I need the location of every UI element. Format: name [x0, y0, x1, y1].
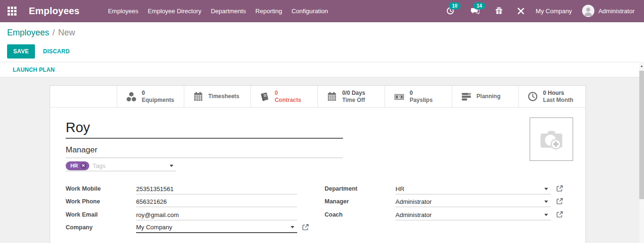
- planning-icon: [461, 91, 472, 102]
- stat-button-equipments[interactable]: 0 Equipments: [117, 86, 184, 107]
- equipments-icon: [126, 91, 137, 102]
- apps-menu-icon[interactable]: [8, 7, 17, 16]
- gift-icon: [495, 7, 503, 15]
- messages-count-badge: 14: [473, 2, 485, 9]
- stat-label: Timesheets: [208, 93, 240, 100]
- field-row-department: Department HR: [325, 184, 570, 194]
- field-row-company: Company My Company: [66, 222, 311, 233]
- stat-button-contracts[interactable]: 0 Contracts: [251, 86, 318, 107]
- menu-employee-directory[interactable]: Employee Directory: [143, 8, 206, 15]
- stat-label: Time Off: [342, 97, 365, 104]
- job-title-input[interactable]: Manager: [66, 145, 343, 158]
- tools-menu[interactable]: [512, 7, 530, 16]
- discard-button[interactable]: DISCARD: [43, 48, 70, 55]
- gift-menu[interactable]: [490, 7, 508, 15]
- activity-menu[interactable]: 10: [441, 7, 459, 15]
- stat-value: 0: [410, 90, 433, 97]
- external-link-icon[interactable]: [556, 198, 563, 205]
- manager-input[interactable]: Administrator: [395, 196, 551, 207]
- scrollbar-thumb[interactable]: [639, 71, 644, 199]
- plan-strip: LAUNCH PLAN: [0, 62, 644, 77]
- work-mobile-input[interactable]: 25351351561: [136, 184, 297, 194]
- employee-form-screen: Employees Employees Employee Directory D…: [0, 0, 644, 243]
- stat-spacer: [50, 86, 117, 107]
- menu-departments[interactable]: Departments: [206, 8, 250, 15]
- tags-field[interactable]: HR ✕ Tags: [66, 160, 176, 171]
- tools-icon: [516, 7, 525, 16]
- work-mobile-value: 25351351561: [136, 185, 174, 193]
- work-phone-input[interactable]: 656321626: [136, 196, 297, 207]
- stat-value: 0/0 Days: [342, 90, 365, 97]
- external-link-icon[interactable]: [302, 224, 309, 231]
- svg-text:0: 0: [398, 95, 400, 98]
- menu-reporting[interactable]: Reporting: [251, 8, 287, 15]
- breadcrumb-current: New: [58, 28, 75, 37]
- employee-photo-upload[interactable]: [530, 117, 573, 161]
- nav-menu: Employees Employee Directory Departments…: [103, 8, 333, 15]
- coach-input[interactable]: Administrator: [395, 209, 551, 220]
- menu-employees[interactable]: Employees: [103, 8, 143, 15]
- systray: 10 14 My Company Administrator: [441, 5, 636, 17]
- work-mobile-label: Work Mobile: [66, 185, 101, 192]
- dropdown-caret-icon[interactable]: [544, 214, 548, 216]
- company-input[interactable]: My Company: [136, 222, 297, 233]
- camera-icon: [536, 124, 567, 154]
- stat-label: Contracts: [275, 97, 301, 104]
- tags-placeholder: Tags: [93, 162, 105, 169]
- dropdown-caret-icon[interactable]: [544, 188, 548, 190]
- messages-menu[interactable]: 14: [466, 7, 484, 16]
- breadcrumb-parent[interactable]: Employees: [7, 28, 49, 37]
- content-area: 0 Equipments Timesheets 0 Contracts: [0, 77, 644, 243]
- dropdown-caret-icon[interactable]: [170, 165, 173, 167]
- stat-text: 0/0 Days Time Off: [342, 90, 365, 104]
- lastmonth-icon: [527, 91, 538, 102]
- stat-button-timeoff[interactable]: 0/0 Days Time Off: [318, 86, 385, 107]
- stat-button-timesheets[interactable]: Timesheets: [184, 86, 251, 107]
- stat-button-row: 0 Equipments Timesheets 0 Contracts: [50, 86, 585, 108]
- employee-name-input[interactable]: Roy: [66, 120, 343, 139]
- form-sheet: 0 Equipments Timesheets 0 Contracts: [50, 85, 586, 243]
- field-row-coach: Coach Administrator: [325, 209, 570, 220]
- save-button[interactable]: SAVE: [7, 44, 35, 59]
- external-link-icon[interactable]: [556, 211, 563, 218]
- stat-button-payslips[interactable]: 0 0 Payslips: [385, 86, 452, 107]
- dropdown-caret-icon[interactable]: [291, 226, 294, 228]
- company-switcher[interactable]: My Company: [530, 8, 578, 15]
- launch-plan-button[interactable]: LAUNCH PLAN: [13, 67, 55, 73]
- tag-pill-hr[interactable]: HR ✕: [66, 161, 89, 170]
- department-input[interactable]: HR: [395, 184, 551, 194]
- stat-text: 0 Payslips: [410, 90, 433, 104]
- breadcrumb: Employees/New: [7, 28, 75, 38]
- payslips-icon: 0: [394, 91, 405, 102]
- app-title[interactable]: Employees: [29, 6, 79, 17]
- stat-text: Planning: [477, 93, 501, 100]
- work-email-input[interactable]: roy@gmail.com: [136, 209, 297, 220]
- stat-label: Payslips: [410, 97, 433, 104]
- activity-count-badge: 10: [449, 2, 461, 9]
- top-navbar: Employees Employees Employee Directory D…: [0, 0, 644, 22]
- department-label: Department: [325, 185, 357, 192]
- stat-label: Planning: [477, 93, 501, 100]
- stat-text: 0 Hours Last Month: [543, 90, 573, 104]
- tag-remove-icon[interactable]: ✕: [80, 163, 86, 169]
- work-email-label: Work Email: [66, 211, 98, 218]
- stat-value: 0: [142, 90, 174, 97]
- stat-label: Last Month: [543, 97, 573, 104]
- external-link-icon[interactable]: [556, 185, 563, 192]
- tag-label: HR: [70, 163, 78, 168]
- work-email-value: roy@gmail.com: [136, 211, 179, 218]
- control-panel: Employees/New SAVE DISCARD: [0, 22, 644, 62]
- company-label: Company: [66, 224, 93, 231]
- stat-button-planning[interactable]: Planning: [452, 86, 519, 107]
- manager-value: Administrator: [395, 198, 432, 205]
- menu-configuration[interactable]: Configuration: [287, 8, 333, 15]
- contracts-icon: [259, 92, 270, 102]
- scroll-up-icon[interactable]: ▲: [639, 62, 644, 70]
- vertical-scrollbar[interactable]: ▲: [639, 62, 644, 243]
- stat-text: 0 Equipments: [142, 90, 174, 104]
- stat-button-lastmonth[interactable]: 0 Hours Last Month: [519, 86, 585, 107]
- dropdown-caret-icon[interactable]: [544, 201, 548, 203]
- user-name: Administrator: [598, 8, 635, 15]
- user-menu[interactable]: Administrator: [577, 5, 636, 17]
- avatar-icon: [582, 5, 594, 17]
